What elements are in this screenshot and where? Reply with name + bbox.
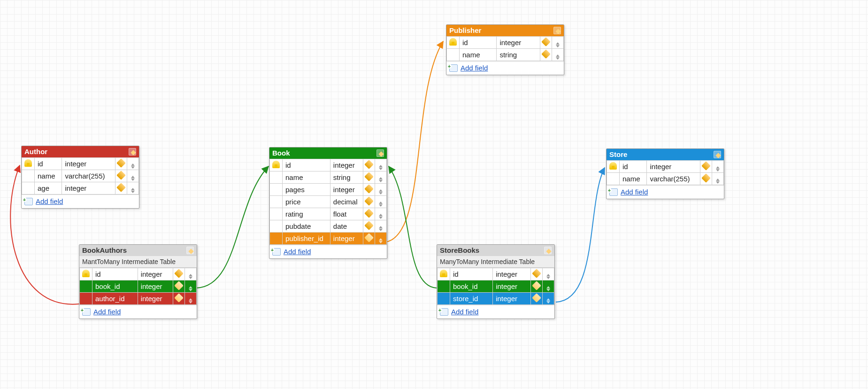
table-book[interactable]: Bookidintegernamestringpagesintegerprice… <box>269 147 387 259</box>
field-edit-button[interactable] <box>531 280 543 293</box>
field-reorder-handle[interactable] <box>552 37 564 49</box>
field-edit-button[interactable] <box>531 268 543 280</box>
key-icon <box>449 38 457 46</box>
field-edit-button[interactable] <box>363 233 375 245</box>
erd-canvas[interactable]: { "add_field_label": "Add field", "color… <box>0 0 868 389</box>
field-reorder-handle[interactable] <box>712 161 724 173</box>
fields-table: idintegernamevarchar(255) <box>607 160 724 185</box>
field-edit-button[interactable] <box>700 161 712 173</box>
field-row[interactable]: store_idinteger <box>438 293 554 305</box>
table-titlebar[interactable]: Store <box>607 149 724 160</box>
field-key-cell <box>80 268 92 280</box>
field-edit-button[interactable] <box>363 171 375 184</box>
field-row[interactable]: idinteger <box>438 268 554 280</box>
table-titlebar[interactable]: Book <box>269 148 387 159</box>
table-bookauthors[interactable]: BookAuthorsMantToMany Intermediate Table… <box>79 244 197 319</box>
field-row[interactable]: author_idinteger <box>80 293 197 305</box>
field-reorder-handle[interactable] <box>552 49 564 61</box>
field-row[interactable]: idinteger <box>447 37 564 49</box>
field-row[interactable]: pagesinteger <box>270 184 387 196</box>
field-reorder-handle[interactable] <box>712 173 724 185</box>
field-row[interactable]: idinteger <box>270 159 387 171</box>
edit-table-button[interactable] <box>129 148 136 156</box>
table-publisher[interactable]: PublisheridintegernamestringAdd field <box>446 24 564 75</box>
field-reorder-handle[interactable] <box>127 182 139 194</box>
table-titlebar[interactable]: BookAuthors <box>79 245 197 256</box>
field-reorder-handle[interactable] <box>375 159 387 171</box>
table-titlebar[interactable]: Publisher <box>446 25 564 36</box>
table-store[interactable]: Storeidintegernamevarchar(255)Add field <box>606 148 724 199</box>
add-field-link[interactable]: Add field <box>451 308 478 316</box>
field-name: pubdate <box>283 220 330 233</box>
field-edit-button[interactable] <box>115 182 127 194</box>
field-type: integer <box>62 158 115 170</box>
add-field-icon <box>82 308 91 316</box>
field-key-cell <box>22 182 35 194</box>
field-edit-button[interactable] <box>363 159 375 171</box>
field-row[interactable]: idinteger <box>80 268 197 280</box>
add-field-link[interactable]: Add field <box>284 248 311 256</box>
edit-table-button[interactable] <box>714 151 721 158</box>
field-row[interactable]: namestring <box>447 49 564 61</box>
field-reorder-handle[interactable] <box>543 268 554 280</box>
add-field-link[interactable]: Add field <box>461 64 488 72</box>
field-reorder-handle[interactable] <box>543 280 554 293</box>
field-edit-button[interactable] <box>173 268 185 280</box>
field-edit-button[interactable] <box>363 208 375 220</box>
field-reorder-handle[interactable] <box>375 184 387 196</box>
field-reorder-handle[interactable] <box>543 293 554 305</box>
add-field-link[interactable]: Add field <box>621 188 648 196</box>
table-storebooks[interactable]: StoreBooksManyToMany Intermediate Tablei… <box>437 244 555 319</box>
table-author[interactable]: Authoridintegernamevarchar(255)ageintege… <box>21 146 139 209</box>
field-row[interactable]: namestring <box>270 171 387 184</box>
field-edit-button[interactable] <box>173 293 185 305</box>
field-reorder-handle[interactable] <box>375 208 387 220</box>
field-type: integer <box>330 233 363 245</box>
field-reorder-handle[interactable] <box>375 233 387 245</box>
field-edit-button[interactable] <box>363 184 375 196</box>
field-edit-button[interactable] <box>363 220 375 233</box>
field-row[interactable]: namevarchar(255) <box>22 170 139 182</box>
field-edit-button[interactable] <box>173 280 185 293</box>
table-titlebar[interactable]: Author <box>22 146 139 157</box>
field-edit-button[interactable] <box>700 173 712 185</box>
edit-table-button[interactable] <box>186 247 194 254</box>
field-reorder-handle[interactable] <box>185 268 197 280</box>
field-row[interactable]: pubdatedate <box>270 220 387 233</box>
field-edit-button[interactable] <box>540 49 552 61</box>
add-field-link[interactable]: Add field <box>93 308 121 316</box>
add-field-link[interactable]: Add field <box>36 197 63 205</box>
field-row[interactable]: ageinteger <box>22 182 139 194</box>
field-reorder-handle[interactable] <box>127 158 139 170</box>
field-name: book_id <box>450 280 493 293</box>
table-subtitle: MantToMany Intermediate Table <box>79 256 197 268</box>
field-row[interactable]: namevarchar(255) <box>607 173 724 185</box>
field-reorder-handle[interactable] <box>375 220 387 233</box>
field-row[interactable]: idinteger <box>607 161 724 173</box>
field-row[interactable]: ratingfloat <box>270 208 387 220</box>
field-name: id <box>450 268 493 280</box>
field-row[interactable]: publisher_idinteger <box>270 233 387 245</box>
field-reorder-handle[interactable] <box>127 170 139 182</box>
edit-table-button[interactable] <box>553 27 561 34</box>
field-key-cell <box>438 293 450 305</box>
pencil-icon <box>541 37 551 47</box>
field-edit-button[interactable] <box>540 37 552 49</box>
edit-table-button[interactable] <box>376 149 384 157</box>
field-row[interactable]: book_idinteger <box>80 280 197 293</box>
field-reorder-handle[interactable] <box>375 171 387 184</box>
field-edit-button[interactable] <box>115 170 127 182</box>
table-footer: Add field <box>446 61 564 75</box>
table-titlebar[interactable]: StoreBooks <box>437 245 554 256</box>
field-reorder-handle[interactable] <box>185 293 197 305</box>
edit-table-button[interactable] <box>544 247 552 254</box>
field-edit-button[interactable] <box>115 158 127 170</box>
field-row[interactable]: idinteger <box>22 158 139 170</box>
field-edit-button[interactable] <box>531 293 543 305</box>
field-edit-button[interactable] <box>363 196 375 208</box>
field-row[interactable]: book_idinteger <box>438 280 554 293</box>
field-row[interactable]: pricedecimal <box>270 196 387 208</box>
pencil-icon <box>364 160 374 169</box>
field-reorder-handle[interactable] <box>185 280 197 293</box>
field-reorder-handle[interactable] <box>375 196 387 208</box>
